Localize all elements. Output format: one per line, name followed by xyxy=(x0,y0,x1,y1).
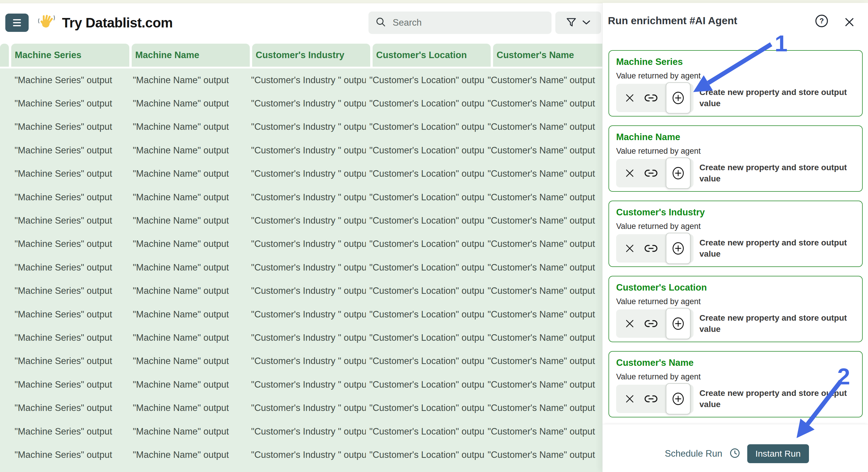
table-cell[interactable]: "Machine Name" output xyxy=(129,215,248,226)
table-cell[interactable]: "Machine Name" output xyxy=(129,403,248,413)
table-cell[interactable]: "Machine Name" output xyxy=(129,145,248,156)
table-cell[interactable]: "Customer's Location" output xyxy=(366,215,484,226)
table-cell[interactable]: "Customer's Name" output xyxy=(484,379,602,390)
table-cell[interactable]: "Machine Series" output xyxy=(11,239,129,249)
table-cell[interactable]: "Customer's Location" output xyxy=(366,168,484,179)
link-property-button[interactable] xyxy=(640,159,662,187)
table-cell[interactable]: "Customer's Name" output xyxy=(484,145,602,156)
table-cell[interactable]: "Customer's Name" output xyxy=(484,426,602,437)
column-header-machine-name[interactable]: Machine Name xyxy=(132,44,250,67)
table-cell[interactable]: "Customer's Industry " output xyxy=(247,122,366,132)
table-cell[interactable]: "Customer's Location" output xyxy=(366,356,484,366)
link-property-button[interactable] xyxy=(640,309,662,338)
table-cell[interactable]: "Customer's Location" output xyxy=(366,145,484,156)
table-cell[interactable]: "Customer's Name" output xyxy=(484,262,602,273)
table-cell[interactable]: "Machine Name" output xyxy=(129,239,248,249)
table-cell[interactable]: "Customer's Industry " output xyxy=(247,75,366,86)
table-cell[interactable]: "Machine Series" output xyxy=(11,75,129,86)
table-cell[interactable]: "Customer's Industry " output xyxy=(247,168,366,179)
create-property-button[interactable] xyxy=(666,308,690,339)
table-cell[interactable]: "Customer's Name" output xyxy=(484,285,602,296)
table-cell[interactable]: "Customer's Name" output xyxy=(484,192,602,203)
table-cell[interactable]: "Machine Series" output xyxy=(11,356,129,366)
create-property-button[interactable] xyxy=(666,82,690,113)
discard-output-button[interactable] xyxy=(619,309,640,338)
table-cell[interactable]: "Machine Series" output xyxy=(11,192,129,203)
create-property-button[interactable] xyxy=(666,158,690,189)
table-cell[interactable]: "Machine Series" output xyxy=(11,309,129,320)
table-cell[interactable]: "Customer's Industry " output xyxy=(247,449,366,460)
table-cell[interactable]: "Machine Series" output xyxy=(11,403,129,413)
table-cell[interactable]: "Customer's Location" output xyxy=(366,285,484,296)
help-button[interactable]: ? xyxy=(814,13,829,28)
link-property-button[interactable] xyxy=(640,84,662,112)
table-cell[interactable]: "Customer's Industry " output xyxy=(247,98,366,109)
table-cell[interactable]: "Machine Series" output xyxy=(11,285,129,296)
column-header-customers-name[interactable]: Customer's Name xyxy=(493,44,611,67)
table-cell[interactable]: "Machine Name" output xyxy=(129,75,248,86)
table-cell[interactable]: "Customer's Industry " output xyxy=(247,192,366,203)
table-cell[interactable]: "Customer's Location" output xyxy=(366,98,484,109)
discard-output-button[interactable] xyxy=(619,159,640,187)
table-cell[interactable]: "Customer's Location" output xyxy=(366,379,484,390)
instant-run-button[interactable]: Instant Run xyxy=(747,444,809,463)
table-cell[interactable]: "Customer's Location" output xyxy=(366,262,484,273)
table-cell[interactable]: "Customer's Name" output xyxy=(484,98,602,109)
table-cell[interactable]: "Machine Series" output xyxy=(11,426,129,437)
table-cell[interactable]: "Machine Name" output xyxy=(129,168,248,179)
link-property-button[interactable] xyxy=(640,234,662,263)
schedule-run-link[interactable]: Schedule Run xyxy=(665,448,722,459)
filter-button[interactable] xyxy=(555,11,601,34)
table-cell[interactable]: "Machine Series" output xyxy=(11,333,129,343)
table-cell[interactable]: "Machine Name" output xyxy=(129,192,248,203)
column-header-machine-series[interactable]: Machine Series xyxy=(11,44,129,67)
table-cell[interactable]: "Machine Name" output xyxy=(129,285,248,296)
table-cell[interactable]: "Customer's Industry " output xyxy=(247,403,366,413)
table-cell[interactable]: "Customer's Location" output xyxy=(366,403,484,413)
table-cell[interactable]: "Customer's Industry " output xyxy=(247,379,366,390)
table-cell[interactable]: "Machine Name" output xyxy=(129,122,248,132)
table-cell[interactable]: "Machine Series" output xyxy=(11,262,129,273)
table-cell[interactable]: "Customer's Industry " output xyxy=(247,309,366,320)
table-cell[interactable]: "Customer's Name" output xyxy=(484,333,602,343)
table-cell[interactable]: "Customer's Industry " output xyxy=(247,215,366,226)
table-cell[interactable]: "Customer's Name" output xyxy=(484,403,602,413)
table-cell[interactable]: "Customer's Name" output xyxy=(484,168,602,179)
table-cell[interactable]: "Customer's Industry " output xyxy=(247,426,366,437)
table-cell[interactable]: "Machine Name" output xyxy=(129,449,248,460)
create-property-button[interactable] xyxy=(666,233,690,264)
table-cell[interactable]: "Customer's Location" output xyxy=(366,309,484,320)
table-cell[interactable]: "Machine Name" output xyxy=(129,333,248,343)
table-cell[interactable]: "Machine Series" output xyxy=(11,379,129,390)
create-property-button[interactable] xyxy=(666,383,690,414)
table-cell[interactable]: "Machine Series" output xyxy=(11,449,129,460)
table-cell[interactable]: "Machine Name" output xyxy=(129,98,248,109)
link-property-button[interactable] xyxy=(640,385,662,413)
table-cell[interactable]: "Machine Name" output xyxy=(129,379,248,390)
table-cell[interactable]: "Customer's Industry " output xyxy=(247,285,366,296)
table-cell[interactable]: "Machine Series" output xyxy=(11,215,129,226)
table-cell[interactable]: "Machine Name" output xyxy=(129,262,248,273)
discard-output-button[interactable] xyxy=(619,84,640,112)
table-cell[interactable]: "Customer's Name" output xyxy=(484,449,602,460)
menu-button[interactable] xyxy=(5,13,29,32)
table-cell[interactable]: "Customer's Location" output xyxy=(366,449,484,460)
discard-output-button[interactable] xyxy=(619,234,640,263)
table-cell[interactable]: "Customer's Location" output xyxy=(366,333,484,343)
table-cell[interactable]: "Machine Series" output xyxy=(11,168,129,179)
column-header-customers-location[interactable]: Customer's Location xyxy=(373,44,491,67)
table-cell[interactable]: "Machine Name" output xyxy=(129,356,248,366)
table-cell[interactable]: "Customer's Name" output xyxy=(484,309,602,320)
table-cell[interactable]: "Customer's Industry " output xyxy=(247,333,366,343)
table-cell[interactable]: "Customer's Location" output xyxy=(366,426,484,437)
table-cell[interactable]: "Machine Series" output xyxy=(11,98,129,109)
table-cell[interactable]: "Customer's Name" output xyxy=(484,215,602,226)
table-cell[interactable]: "Machine Name" output xyxy=(129,309,248,320)
table-cell[interactable]: "Customer's Location" output xyxy=(366,122,484,132)
table-cell[interactable]: "Customer's Name" output xyxy=(484,356,602,366)
table-cell[interactable]: "Customer's Industry " output xyxy=(247,356,366,366)
table-cell[interactable]: "Customer's Name" output xyxy=(484,122,602,132)
table-cell[interactable]: "Customer's Industry " output xyxy=(247,239,366,249)
close-button[interactable] xyxy=(842,15,857,30)
search-input[interactable]: Search xyxy=(368,11,552,34)
